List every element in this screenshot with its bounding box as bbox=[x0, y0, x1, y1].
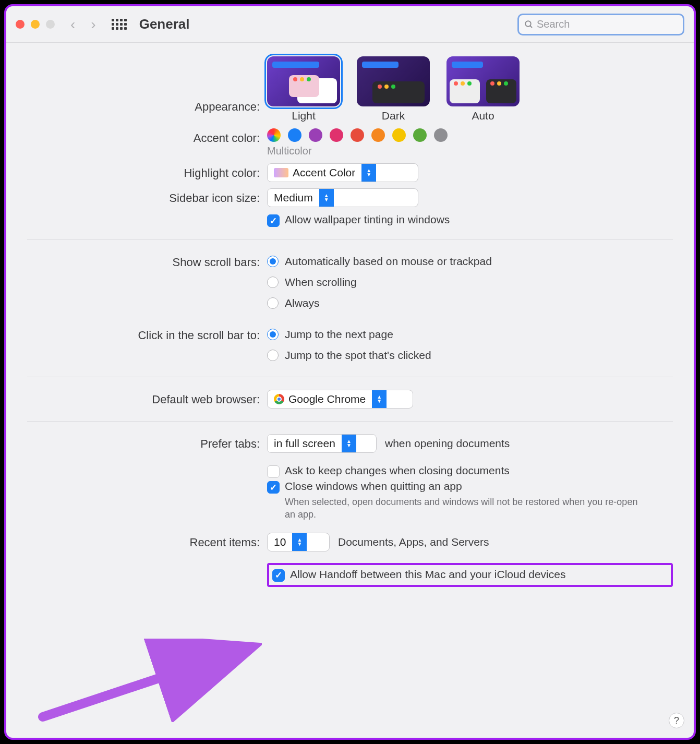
radio-icon bbox=[267, 350, 279, 361]
svg-point-0 bbox=[525, 21, 531, 27]
accent-green[interactable] bbox=[413, 128, 427, 142]
appearance-dark-label: Dark bbox=[382, 110, 405, 122]
recent-select[interactable]: 10 ▲▼ bbox=[267, 533, 330, 551]
scrollbars-scrolling-label: When scrolling bbox=[285, 276, 357, 289]
browser-value: Google Chrome bbox=[288, 393, 366, 405]
scrollbars-always-radio[interactable]: Always bbox=[267, 294, 673, 312]
ask-changes-checkbox[interactable]: Ask to keep changes when closing documen… bbox=[267, 464, 673, 478]
scroll-click-page-label: Jump to the next page bbox=[285, 328, 393, 341]
page-title: General bbox=[139, 16, 190, 32]
appearance-option-dark[interactable]: Dark bbox=[357, 56, 430, 122]
tabs-label: Prefer tabs: bbox=[27, 434, 267, 451]
checkbox-icon bbox=[272, 569, 285, 582]
accent-orange[interactable] bbox=[371, 128, 385, 142]
nav-arrows: ‹ › bbox=[70, 16, 96, 33]
scroll-click-spot-label: Jump to the spot that's clicked bbox=[285, 349, 431, 362]
handoff-highlight: Allow Handoff between this Mac and your … bbox=[267, 563, 673, 587]
scrollbars-label: Show scroll bars: bbox=[27, 253, 267, 269]
appearance-options: Light Dark bbox=[267, 56, 673, 122]
close-windows-note: When selected, open documents and window… bbox=[285, 496, 650, 521]
divider bbox=[27, 421, 673, 422]
stepper-icon: ▲▼ bbox=[361, 164, 376, 182]
recent-suffix: Documents, Apps, and Servers bbox=[338, 536, 489, 548]
scrollbars-auto-radio[interactable]: Automatically based on mouse or trackpad bbox=[267, 253, 673, 270]
sidebar-size-value: Medium bbox=[274, 191, 313, 204]
chrome-icon bbox=[274, 394, 284, 404]
tabs-value: in full screen bbox=[274, 437, 335, 450]
sidebar-size-select[interactable]: Medium ▲▼ bbox=[267, 188, 418, 207]
zoom-window-icon bbox=[46, 20, 55, 29]
scrollbars-auto-label: Automatically based on mouse or trackpad bbox=[285, 255, 492, 268]
help-icon: ? bbox=[674, 715, 679, 726]
radio-icon bbox=[267, 297, 279, 309]
accent-swatches bbox=[267, 128, 673, 142]
divider bbox=[27, 377, 673, 377]
close-window-icon[interactable] bbox=[16, 20, 25, 29]
preferences-window: ‹ › General Appearance: bbox=[4, 4, 696, 740]
stepper-icon: ▲▼ bbox=[292, 533, 307, 551]
window-controls bbox=[16, 20, 55, 29]
accent-graphite[interactable] bbox=[434, 128, 448, 142]
minimize-window-icon[interactable] bbox=[31, 20, 40, 29]
radio-icon bbox=[267, 277, 279, 288]
search-field[interactable] bbox=[517, 14, 684, 35]
accent-label: Accent color: bbox=[27, 128, 267, 145]
recent-value: 10 bbox=[274, 536, 286, 548]
scrollbars-scrolling-radio[interactable]: When scrolling bbox=[267, 273, 673, 291]
accent-multicolor[interactable] bbox=[267, 128, 281, 142]
highlight-select[interactable]: Accent Color ▲▼ bbox=[267, 163, 418, 182]
ask-changes-label: Ask to keep changes when closing documen… bbox=[285, 464, 510, 477]
checkbox-icon bbox=[267, 481, 280, 494]
stepper-icon: ▲▼ bbox=[342, 435, 356, 452]
appearance-light-label: Light bbox=[292, 110, 316, 122]
sidebar-size-label: Sidebar icon size: bbox=[27, 188, 267, 205]
divider bbox=[27, 239, 673, 240]
stepper-icon: ▲▼ bbox=[372, 390, 387, 408]
svg-line-1 bbox=[530, 26, 532, 28]
accent-yellow[interactable] bbox=[392, 128, 406, 142]
appearance-option-light[interactable]: Light bbox=[267, 56, 340, 122]
scroll-click-page-radio[interactable]: Jump to the next page bbox=[267, 326, 673, 343]
checkbox-icon bbox=[267, 214, 280, 227]
accent-blue[interactable] bbox=[288, 128, 301, 142]
recent-label: Recent items: bbox=[27, 533, 267, 549]
appearance-label: Appearance: bbox=[27, 56, 267, 114]
scrollbars-always-label: Always bbox=[285, 297, 320, 309]
toolbar: ‹ › General bbox=[6, 6, 694, 43]
search-input[interactable] bbox=[537, 18, 678, 30]
back-button[interactable]: ‹ bbox=[70, 16, 75, 33]
tabs-select[interactable]: in full screen ▲▼ bbox=[267, 434, 377, 453]
annotation-arrow-icon bbox=[38, 639, 262, 722]
radio-icon bbox=[267, 256, 279, 267]
help-button[interactable]: ? bbox=[669, 713, 684, 728]
svg-line-2 bbox=[43, 649, 246, 717]
radio-icon bbox=[267, 329, 279, 340]
appearance-option-auto[interactable]: Auto bbox=[446, 56, 520, 122]
close-windows-checkbox[interactable]: Close windows when quitting an app When … bbox=[267, 480, 673, 521]
forward-button: › bbox=[91, 16, 95, 33]
highlight-swatch-icon bbox=[274, 168, 288, 177]
show-all-icon[interactable] bbox=[112, 19, 127, 30]
accent-pink[interactable] bbox=[330, 128, 343, 142]
tabs-suffix: when opening documents bbox=[385, 437, 510, 450]
handoff-label: Allow Handoff between this Mac and your … bbox=[290, 568, 565, 581]
highlight-label: Highlight color: bbox=[27, 163, 267, 180]
handoff-checkbox[interactable]: Allow Handoff between this Mac and your … bbox=[272, 568, 668, 582]
stepper-icon: ▲▼ bbox=[319, 189, 334, 207]
scroll-click-spot-radio[interactable]: Jump to the spot that's clicked bbox=[267, 346, 673, 364]
accent-caption: Multicolor bbox=[267, 145, 673, 157]
browser-label: Default web browser: bbox=[27, 390, 267, 406]
accent-purple[interactable] bbox=[309, 128, 322, 142]
wallpaper-tint-label: Allow wallpaper tinting in windows bbox=[285, 213, 450, 226]
wallpaper-tint-checkbox[interactable]: Allow wallpaper tinting in windows bbox=[267, 213, 673, 227]
close-windows-label: Close windows when quitting an app bbox=[285, 480, 650, 493]
browser-select[interactable]: Google Chrome ▲▼ bbox=[267, 390, 413, 409]
checkbox-icon bbox=[267, 465, 280, 478]
accent-red[interactable] bbox=[351, 128, 364, 142]
search-icon bbox=[524, 20, 534, 29]
appearance-auto-label: Auto bbox=[472, 110, 494, 122]
highlight-value: Accent Color bbox=[293, 166, 355, 179]
content: Appearance: Light bbox=[6, 43, 694, 611]
scroll-click-label: Click in the scroll bar to: bbox=[27, 326, 267, 342]
